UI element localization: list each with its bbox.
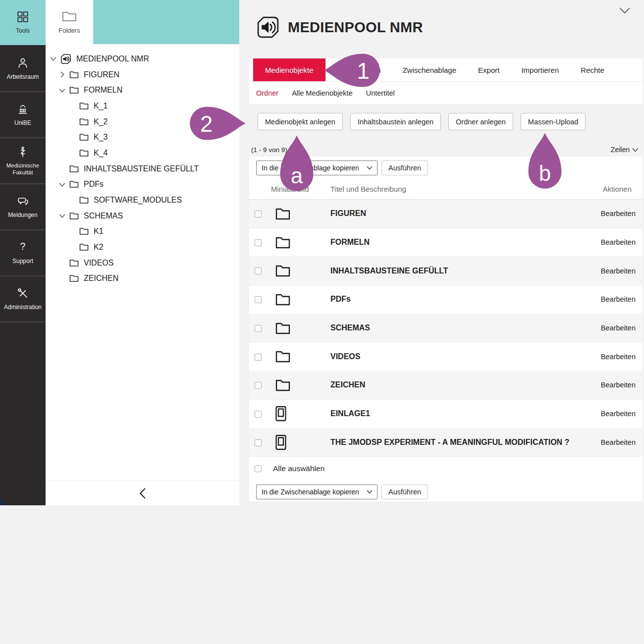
- row-checkbox[interactable]: [255, 325, 262, 332]
- tree-item-label: K_4: [94, 149, 107, 158]
- tree-item-label: PDFs: [84, 180, 104, 189]
- chevron-down-icon[interactable]: [58, 87, 69, 94]
- rail-item-arbeitsraum[interactable]: Arbeitsraum: [0, 46, 46, 92]
- medical-staff-icon: [16, 146, 29, 159]
- tree-item-k_2[interactable]: K_2: [46, 114, 239, 130]
- row-checkbox[interactable]: [255, 211, 262, 217]
- tree-item-schemas[interactable]: SCHEMAS: [46, 208, 239, 224]
- select-all-row: Alle auswählen: [249, 457, 643, 481]
- row-checkbox[interactable]: [255, 268, 262, 274]
- chevron-down-icon[interactable]: [50, 55, 60, 62]
- rail-item-label: Arbeitsraum: [5, 73, 41, 80]
- row-checkbox[interactable]: [255, 354, 262, 361]
- folder-icon: [79, 102, 89, 110]
- tree-item-formeln[interactable]: FORMELN: [46, 82, 239, 98]
- row-title-link[interactable]: INHALTSBAUSTEINE GEFÜLLT: [330, 267, 601, 275]
- table-row: VIDEOS Bearbeiten: [249, 342, 643, 371]
- ausfuehren-button[interactable]: Ausführen: [381, 484, 428, 499]
- row-title-link[interactable]: SCHEMAS: [330, 323, 601, 332]
- bearbeiten-link[interactable]: Bearbeiten: [601, 410, 643, 418]
- row-title-link[interactable]: ZEICHEN: [330, 380, 601, 389]
- medienobjekt-anlegen-button[interactable]: Medienobjekt anlegen: [258, 113, 343, 130]
- row-title-link[interactable]: EINLAGE1: [330, 409, 601, 418]
- ausfuehren-button[interactable]: Ausführen: [381, 161, 428, 175]
- table-row: ZEICHEN Bearbeiten: [249, 371, 643, 400]
- tree-item-label: MEDIENPOOL NMR: [76, 54, 149, 63]
- pagination-info: (1 - 9 von 9): [251, 146, 287, 154]
- bearbeiten-link[interactable]: Bearbeiten: [601, 267, 643, 275]
- bearbeiten-link[interactable]: Bearbeiten: [601, 238, 643, 246]
- tree-item-zeichen[interactable]: ZEICHEN: [46, 271, 239, 287]
- tree-item-k1[interactable]: K1: [46, 224, 239, 240]
- rail-item-tools[interactable]: Tools: [0, 0, 46, 46]
- bearbeiten-link[interactable]: Bearbeiten: [601, 438, 643, 446]
- tab-medienobjekte[interactable]: Medienobjekte: [253, 58, 325, 81]
- subtab-ordner[interactable]: Ordner: [256, 89, 278, 97]
- row-checkbox[interactable]: [255, 411, 262, 418]
- bearbeiten-link[interactable]: Bearbeiten: [601, 295, 643, 303]
- tree-item-k_4[interactable]: K_4: [46, 145, 239, 161]
- row-title-link[interactable]: PDFs: [330, 295, 601, 304]
- chat-bubbles-icon: [16, 195, 29, 208]
- row-title-link[interactable]: VIDEOS: [330, 352, 601, 361]
- rail-item-support[interactable]: ? Support: [0, 230, 46, 276]
- massen-upload-button[interactable]: Massen-Upload: [521, 113, 586, 130]
- tab-rechte[interactable]: Rechte: [570, 58, 615, 81]
- row-checkbox[interactable]: [255, 382, 262, 389]
- bearbeiten-link[interactable]: Bearbeiten: [601, 353, 643, 361]
- tree-item-inhaltsbausteine-gefuellt[interactable]: INHALTSBAUSTEINE GEFÜLLT: [46, 161, 239, 177]
- chevron-down-icon[interactable]: [58, 212, 69, 219]
- rail-item-administration[interactable]: Administration: [0, 276, 46, 322]
- table-header-row: Miniaturbild Titel und Beschreibung Akti…: [249, 178, 643, 200]
- rows-per-page-control[interactable]: Zeilen: [611, 146, 639, 154]
- chevron-down-icon: [632, 148, 639, 152]
- tab-folders[interactable]: Folders: [46, 0, 93, 45]
- tree-item-label: SCHEMAS: [84, 212, 123, 220]
- tree-item-pdfs[interactable]: PDFs: [46, 177, 239, 193]
- tree-item-k_3[interactable]: K_3: [46, 129, 239, 145]
- person-icon: [16, 56, 29, 69]
- bearbeiten-link[interactable]: Bearbeiten: [601, 210, 643, 217]
- tab-einstellungen[interactable]: Einstellungen: [325, 58, 392, 81]
- table-meta-row: (1 - 9 von 9) Zeilen: [251, 146, 639, 154]
- subtab-untertitel[interactable]: Untertitel: [366, 89, 395, 97]
- tree-item-k_1[interactable]: K_1: [46, 98, 239, 114]
- rail-item-medizinische-fakultaet[interactable]: Medizinische Fakultät: [0, 138, 46, 184]
- table-row: FORMELN Bearbeiten: [249, 228, 643, 257]
- row-checkbox[interactable]: [255, 439, 262, 446]
- tree-item-k2[interactable]: K2: [46, 239, 239, 255]
- rail-item-meldungen[interactable]: Meldungen: [0, 184, 46, 230]
- inhaltsbaustein-anlegen-button[interactable]: Inhaltsbaustein anlegen: [350, 113, 441, 130]
- row-title-link[interactable]: FORMELN: [330, 238, 601, 247]
- action-buttons-row: Medienobjekt anlegen Inhaltsbaustein anl…: [258, 113, 586, 130]
- rail-item-label: Medizinische Fakultät: [0, 162, 46, 176]
- tab-importieren[interactable]: Importieren: [510, 58, 570, 81]
- collapse-header-button[interactable]: [619, 7, 631, 14]
- row-checkbox[interactable]: [255, 239, 262, 246]
- tree-item-videos[interactable]: VIDEOS: [46, 255, 239, 271]
- bearbeiten-link[interactable]: Bearbeiten: [601, 381, 643, 389]
- bearbeiten-link[interactable]: Bearbeiten: [601, 324, 643, 332]
- row-checkbox[interactable]: [255, 296, 262, 303]
- chevron-right-icon[interactable]: [58, 71, 69, 78]
- bulk-action-select[interactable]: In die Zwischenablage kopieren: [256, 484, 377, 499]
- select-all-checkbox[interactable]: [255, 465, 262, 472]
- folder-icon: [275, 378, 330, 392]
- rail-item-unibe[interactable]: UniBE: [0, 92, 46, 138]
- row-title-link[interactable]: FIGUREN: [330, 209, 601, 218]
- subtab-alle-medienobjekte[interactable]: Alle Medienobjekte: [292, 89, 353, 97]
- bulk-action-select[interactable]: In die Zwischenablage kopieren: [256, 161, 377, 175]
- folder-icon: [275, 236, 330, 249]
- row-title-link[interactable]: THE JMODSP EXPERIMENT - A MEANINGFUL MOD…: [330, 438, 601, 447]
- tree-item-medienpool-nmr[interactable]: MEDIENPOOL NMR: [46, 51, 239, 67]
- tab-zwischenablage[interactable]: Zwischenablage: [392, 58, 467, 81]
- ordner-anlegen-button[interactable]: Ordner anlegen: [448, 113, 513, 130]
- folder-icon: [69, 259, 79, 267]
- tab-export[interactable]: Export: [467, 58, 510, 81]
- chevron-down-icon[interactable]: [58, 181, 69, 188]
- university-icon: [16, 103, 29, 115]
- collapse-panel-button[interactable]: [46, 481, 239, 505]
- tree-item-figuren[interactable]: FIGUREN: [46, 67, 239, 83]
- tree-item-software_modules[interactable]: SOFTWARE_MODULES: [46, 192, 239, 208]
- rail-item-label: UniBE: [13, 119, 33, 126]
